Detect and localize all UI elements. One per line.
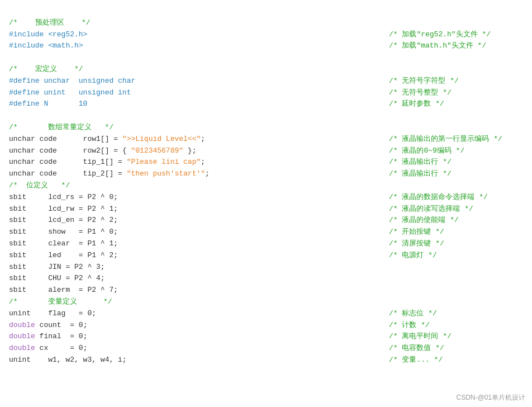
code-comment: /* 液晶的数据命令选择端 */ — [367, 192, 523, 204]
code-left: sbit led = P1 ^ 2; — [9, 250, 367, 262]
code-comment: /* 加载"math.h"头文件 */ — [367, 40, 523, 52]
code-left: #define unint unsigned int — [9, 87, 367, 99]
code-comment: /* 液晶的使能端 */ — [367, 215, 523, 226]
code-line: sbit lcd_rw = P2 ^ 1;/* 液晶的读写选择端 */ — [9, 204, 523, 215]
code-line: /* 位定义 */ — [9, 180, 523, 192]
code-comment — [367, 273, 523, 285]
code-line — [9, 52, 523, 64]
code-left: double final = 0; — [9, 331, 367, 343]
code-token: double — [9, 332, 35, 340]
code-token: count = 0; — [35, 321, 88, 329]
code-line: double count = 0;/* 计数 */ — [9, 320, 523, 332]
code-left: sbit alerm = P2 ^ 7; — [9, 285, 367, 296]
code-comment — [367, 262, 523, 273]
code-comment: /* 无符号整型 */ — [367, 87, 523, 99]
code-left: /* 预处理区 */ — [9, 17, 367, 29]
code-line: #define unint unsigned int/* 无符号整型 */ — [9, 87, 523, 99]
code-token: ; — [201, 158, 205, 166]
code-line: #include <math.h>/* 加载"math.h"头文件 */ — [9, 40, 523, 52]
code-token: ">>Liquid Level<<" — [122, 135, 201, 143]
code-comment: /* 开始按键 */ — [367, 226, 523, 238]
code-left: unchar code row1[] = ">>Liquid Level<<"; — [9, 134, 367, 145]
code-left: /* 数组常量定义 */ — [9, 122, 367, 134]
code-left: sbit show = P1 ^ 0; — [9, 226, 367, 238]
code-comment: /* 离电平时间 */ — [367, 331, 523, 343]
code-line — [9, 110, 523, 122]
code-left: /* 位定义 */ — [9, 180, 367, 192]
code-token: ; — [205, 169, 210, 178]
code-line: unchar code tip_1[] = "Please lini cap";… — [9, 157, 523, 168]
code-comment — [367, 296, 523, 308]
code-comment: /* 清屏按键 */ — [367, 238, 523, 250]
code-line: sbit clear = P1 ^ 1;/* 清屏按键 */ — [9, 238, 523, 250]
code-left: sbit lcd_rs = P2 ^ 0; — [9, 192, 367, 204]
code-line: sbit lcd_en = P2 ^ 2;/* 液晶的使能端 */ — [9, 215, 523, 226]
code-comment: /* 电源灯 */ — [367, 250, 523, 262]
code-line: unchar code tip_2[] = "then push'start'"… — [9, 168, 523, 180]
code-line: #define N 10/* 延时参数 */ — [9, 98, 523, 110]
code-left — [9, 110, 367, 122]
code-left: double cx = 0; — [9, 343, 367, 354]
code-comment: /* 液晶输出的第一行显示编码 */ — [367, 134, 523, 145]
code-comment: /* 标志位 */ — [367, 308, 523, 320]
code-comment: /* 计数 */ — [367, 320, 523, 332]
code-line: sbit lcd_rs = P2 ^ 0;/* 液晶的数据命令选择端 */ — [9, 192, 523, 204]
code-line: unchar code row2[] = { "0123456789" };/*… — [9, 145, 523, 157]
code-comment: /* 加载"reg52.h"头文件 */ — [367, 29, 523, 41]
code-comment: /* 液晶输出行 */ — [367, 157, 523, 168]
code-line: #define unchar unsigned char/* 无符号字符型 */ — [9, 75, 523, 87]
code-token: double — [9, 344, 35, 352]
code-line: sbit JIN = P2 ^ 3; — [9, 262, 523, 273]
code-comment — [367, 180, 523, 192]
code-token: cx = 0; — [35, 344, 88, 352]
code-left: sbit JIN = P2 ^ 3; — [9, 262, 367, 273]
code-comment: /* 无符号字符型 */ — [367, 75, 523, 87]
code-left: #define unchar unsigned char — [9, 75, 367, 87]
code-token: unchar code tip_2[] = — [9, 169, 127, 178]
code-left: unchar code row2[] = { "0123456789" }; — [9, 145, 367, 157]
code-line: /* 数组常量定义 */ — [9, 122, 523, 134]
code-line: double cx = 0;/* 电容数值 */ — [9, 343, 523, 354]
code-line: /* 宏定义 */ — [9, 64, 523, 75]
code-token: "then push'start'" — [127, 169, 205, 178]
code-left: #include <reg52.h> — [9, 29, 367, 41]
code-line: sbit CHU = P2 ^ 4; — [9, 273, 523, 285]
code-line: sbit led = P1 ^ 2;/* 电源灯 */ — [9, 250, 523, 262]
code-line: sbit alerm = P2 ^ 7; — [9, 285, 523, 296]
code-comment: /* 延时参数 */ — [367, 98, 523, 110]
code-comment — [367, 52, 523, 64]
code-line: #include <reg52.h>/* 加载"reg52.h"头文件 */ — [9, 29, 523, 41]
code-left: unint w1, w2, w3, w4, i; — [9, 354, 367, 366]
code-left — [9, 52, 367, 64]
code-comment: /* 液晶的0~9编码 */ — [367, 145, 523, 157]
code-line: unint w1, w2, w3, w4, i;/* 变量... */ — [9, 354, 523, 366]
code-comment — [367, 110, 523, 122]
code-line: sbit show = P1 ^ 0;/* 开始按键 */ — [9, 226, 523, 238]
code-line: unchar code row1[] = ">>Liquid Level<<";… — [9, 134, 523, 145]
code-left: sbit lcd_en = P2 ^ 2; — [9, 215, 367, 226]
code-comment: /* 变量... */ — [367, 354, 523, 366]
code-line: double final = 0;/* 离电平时间 */ — [9, 331, 523, 343]
code-left: double count = 0; — [9, 320, 367, 332]
code-left: /* 变量定义 */ — [9, 296, 367, 308]
code-line: /* 变量定义 */ — [9, 296, 523, 308]
code-token: double — [9, 321, 35, 329]
code-comment: /* 电容数值 */ — [367, 343, 523, 354]
code-comment — [367, 17, 523, 29]
code-comment: /* 液晶的读写选择端 */ — [367, 204, 523, 215]
code-token: unchar code tip_1[] = — [9, 158, 127, 166]
code-line: unint flag = 0;/* 标志位 */ — [9, 308, 523, 320]
code-left: #define N 10 — [9, 98, 367, 110]
code-left: unchar code tip_1[] = "Please lini cap"; — [9, 157, 367, 168]
code-token: ; — [201, 135, 205, 143]
code-token: unchar code row2[] = { — [9, 146, 131, 155]
code-token: "0123456789" — [131, 146, 183, 155]
code-token: }; — [183, 146, 196, 155]
code-left: unint flag = 0; — [9, 308, 367, 320]
code-comment: /* 液晶输出行 */ — [367, 168, 523, 180]
code-token: final = 0; — [35, 332, 88, 340]
code-left: sbit lcd_rw = P2 ^ 1; — [9, 204, 367, 215]
code-left: /* 宏定义 */ — [9, 64, 367, 75]
code-left: sbit CHU = P2 ^ 4; — [9, 273, 367, 285]
code-comment — [367, 122, 523, 134]
